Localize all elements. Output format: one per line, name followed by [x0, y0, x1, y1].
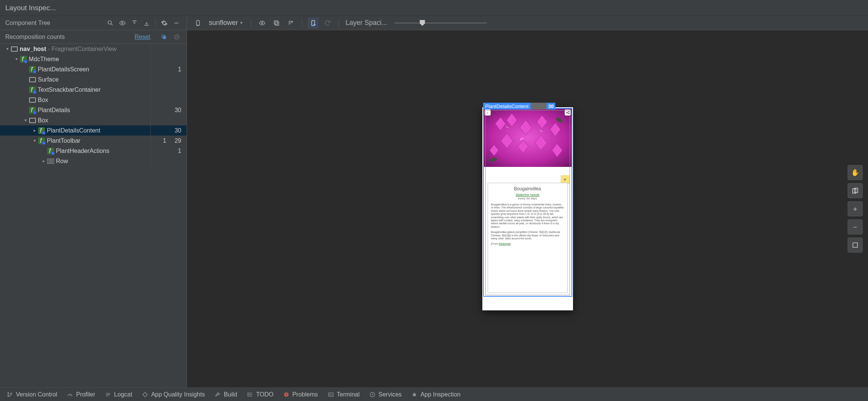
- tree-node-label: PlantDetailsContent: [47, 127, 100, 134]
- component-tree-header: Component Tree: [0, 16, 187, 30]
- tree-row-textsnackbarcontainer[interactable]: TextSnackbarContainer: [0, 85, 187, 95]
- play-icon: [369, 392, 375, 398]
- tree-row-surface[interactable]: Surface: [0, 74, 187, 85]
- separator: [338, 19, 339, 27]
- svg-rect-52: [329, 393, 333, 396]
- tree-row-box[interactable]: ▾Box: [0, 115, 187, 125]
- compose-icon: [29, 86, 36, 94]
- bottom-tool-bar: Version ControlProfilerLogcatApp Quality…: [0, 387, 868, 401]
- tree-arrow[interactable]: ▾: [5, 46, 11, 51]
- minimize-icon[interactable]: [171, 18, 181, 28]
- tree-arrow[interactable]: ▾: [23, 118, 29, 123]
- svg-rect-3: [133, 20, 137, 21]
- snapshot-icon[interactable]: [271, 17, 282, 29]
- compose-icon: [29, 106, 36, 114]
- bottom-tab-services[interactable]: Services: [369, 391, 402, 398]
- bottom-tab-label: Profiler: [76, 391, 95, 398]
- bottom-tab-version-control[interactable]: Version Control: [7, 391, 57, 398]
- svg-line-1: [111, 24, 113, 25]
- bottom-tab-label: Version Control: [16, 391, 57, 398]
- tree-row-mdctheme[interactable]: ▾MdcTheme: [0, 54, 187, 64]
- pan-icon[interactable]: ✋: [848, 165, 863, 180]
- export-icon[interactable]: [285, 17, 297, 29]
- tree-row-plantdetails[interactable]: PlantDetails30: [0, 105, 187, 115]
- reset-link[interactable]: Reset: [134, 34, 150, 40]
- device-preview-area[interactable]: ‹ + Bougainvillea Watering needs every 5…: [187, 30, 868, 387]
- svg-point-48: [248, 396, 249, 396]
- bottom-tab-label: Services: [378, 391, 402, 398]
- bottom-tab-label: TODO: [256, 391, 273, 398]
- view-icon: [11, 45, 18, 53]
- phone-icon[interactable]: [192, 17, 204, 29]
- search-icon[interactable]: [105, 18, 115, 28]
- list-icon: [247, 392, 253, 398]
- device-selector[interactable]: sunflower ▼: [207, 19, 246, 27]
- copy-icon[interactable]: [159, 32, 168, 42]
- zoom-fit-icon[interactable]: [848, 238, 863, 253]
- svg-rect-14: [275, 22, 279, 25]
- component-tree[interactable]: ▾nav_host - FragmentContainerView▾MdcThe…: [0, 44, 187, 387]
- svg-rect-50: [286, 393, 286, 395]
- svg-rect-13: [274, 21, 278, 24]
- bottom-tab-problems[interactable]: Problems: [283, 391, 318, 398]
- layers-icon[interactable]: [848, 183, 863, 198]
- selection-count: 30: [547, 103, 555, 110]
- recomp-counts: [150, 95, 187, 105]
- recomposition-bar: Recomposition counts Reset: [0, 30, 187, 44]
- branch-icon: [7, 392, 13, 398]
- svg-point-47: [248, 394, 249, 395]
- selection-label: PlantDetailsContent 30: [483, 103, 555, 110]
- bottom-tab-build[interactable]: Build: [215, 391, 237, 398]
- tree-arrow[interactable]: ▸: [32, 128, 38, 133]
- tree-row-planttoolbar[interactable]: ▾PlantToolbar129: [0, 136, 187, 146]
- clear-icon[interactable]: [172, 32, 181, 42]
- visibility-icon[interactable]: [117, 18, 127, 28]
- title-text: Layout Inspec...: [5, 4, 56, 12]
- selection-gap: [531, 103, 547, 110]
- recomp-counts: [150, 156, 187, 166]
- view-icon: [29, 117, 36, 124]
- expand-icon[interactable]: [142, 18, 151, 28]
- compose-icon: [38, 137, 45, 145]
- tree-arrow[interactable]: ▸: [41, 159, 47, 163]
- svg-point-56: [413, 394, 414, 395]
- tree-row-plantdetailsscreen[interactable]: PlantDetailsScreen1: [0, 64, 187, 74]
- recomp-counts: [150, 115, 187, 125]
- collapse-icon[interactable]: [130, 18, 139, 28]
- svg-rect-35: [853, 243, 857, 247]
- visibility-toggle-icon[interactable]: [256, 17, 268, 29]
- svg-rect-51: [286, 395, 286, 396]
- zoom-in-icon[interactable]: ＋: [848, 201, 863, 216]
- logcat-icon: [105, 392, 111, 398]
- term-icon: [328, 392, 334, 398]
- tree-row-box[interactable]: Box: [0, 95, 187, 105]
- tree-row-plantdetailscontent[interactable]: ▸PlantDetailsContent30: [0, 125, 187, 136]
- live-updates-icon[interactable]: [307, 17, 319, 29]
- bottom-tab-profiler[interactable]: Profiler: [67, 391, 95, 398]
- bottom-tab-todo[interactable]: TODO: [247, 391, 273, 398]
- err-icon: [283, 392, 289, 398]
- bottom-tab-app-inspection[interactable]: App Inspection: [411, 391, 460, 398]
- svg-point-36: [8, 392, 9, 393]
- tree-node-label: PlantToolbar: [47, 137, 80, 144]
- tree-row-plantheaderactions[interactable]: PlantHeaderActions1: [0, 146, 187, 156]
- separator: [251, 19, 251, 27]
- layer-spacing-label: Layer Spaci...: [346, 19, 387, 27]
- tool-window-title: Layout Inspec...: [0, 0, 868, 16]
- tree-arrow[interactable]: ▾: [32, 138, 38, 143]
- svg-point-37: [8, 395, 9, 396]
- tree-row-nav_host[interactable]: ▾nav_host - FragmentContainerView: [0, 44, 187, 54]
- bottom-tab-terminal[interactable]: Terminal: [328, 391, 360, 398]
- svg-point-12: [261, 22, 263, 24]
- refresh-icon[interactable]: [322, 17, 333, 29]
- recomp-counts: 129: [150, 136, 187, 146]
- preview-float-tools: ✋ ＋ －: [848, 165, 863, 253]
- svg-line-9: [175, 35, 178, 39]
- bottom-tab-app-quality-insights[interactable]: App Quality Insights: [142, 391, 205, 398]
- tree-row-row[interactable]: ▸Row: [0, 156, 187, 166]
- gear-icon[interactable]: [159, 18, 169, 28]
- tree-arrow[interactable]: ▾: [14, 57, 20, 62]
- bottom-tab-logcat[interactable]: Logcat: [105, 391, 132, 398]
- zoom-out-icon[interactable]: －: [848, 219, 863, 234]
- layer-spacing-slider[interactable]: [395, 19, 487, 27]
